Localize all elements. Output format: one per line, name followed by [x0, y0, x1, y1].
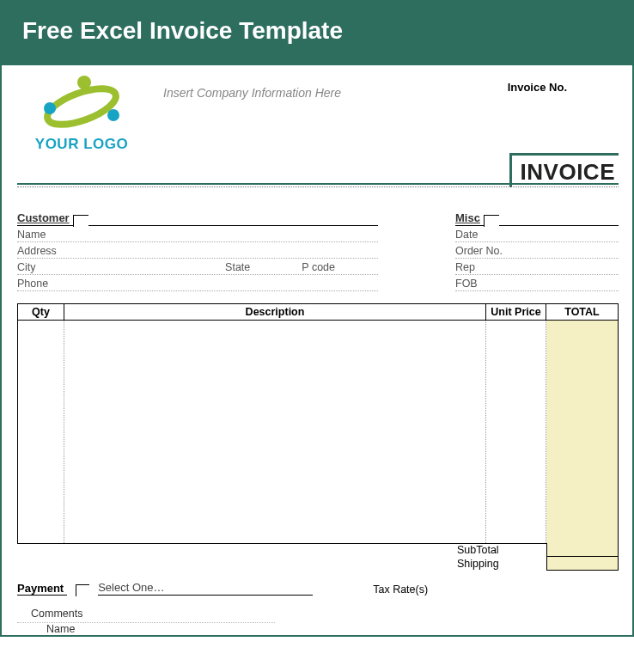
tax-rates-label: Tax Rate(s) [373, 583, 428, 596]
misc-date-label: Date [455, 229, 505, 241]
customer-pcode-field[interactable] [344, 261, 378, 273]
logo-icon [34, 74, 129, 134]
logo: YOUR LOGO [17, 74, 146, 153]
misc-order-field[interactable] [514, 245, 619, 257]
customer-pcode-label: P code [302, 261, 335, 273]
company-info-placeholder[interactable]: Insert Company Information Here [163, 86, 341, 100]
banner-title: Free Excel Invoice Template [22, 17, 343, 44]
subtotal-label: SubTotal [455, 543, 546, 557]
customer-phone-label: Phone [17, 278, 67, 290]
col-total: TOTAL [546, 304, 619, 321]
invoice-sheet: YOUR LOGO Insert Company Information Her… [2, 65, 632, 635]
svg-point-2 [44, 102, 56, 114]
col-unit: Unit Price [486, 304, 546, 321]
banner: Free Excel Invoice Template [2, 2, 632, 65]
shipping-field[interactable] [546, 557, 619, 571]
customer-address-field[interactable] [76, 245, 378, 257]
logo-caption: YOUR LOGO [17, 136, 146, 153]
misc-fob-label: FOB [455, 278, 505, 290]
shipping-label: Shipping [455, 557, 546, 571]
payment-heading: Payment [17, 582, 67, 596]
customer-phone-field[interactable] [76, 278, 378, 290]
col-qty: Qty [18, 304, 64, 321]
comments-heading: Comments [17, 608, 619, 620]
col-desc: Description [64, 304, 486, 321]
svg-point-3 [107, 109, 119, 121]
misc-heading: Misc [455, 211, 484, 226]
misc-box: Misc Date Order No. Rep FOB [455, 211, 619, 291]
invoice-title: INVOICE [509, 153, 619, 187]
subtotal-field[interactable] [546, 543, 619, 557]
customer-state-field[interactable] [259, 261, 293, 273]
line-items-table: Qty Description Unit Price TOTAL [17, 303, 619, 544]
misc-order-label: Order No. [455, 245, 505, 257]
misc-fob-field[interactable] [514, 278, 619, 290]
customer-address-label: Address [17, 245, 67, 257]
customer-name-label: Name [17, 229, 67, 241]
customer-city-field[interactable] [76, 261, 216, 273]
comments-name-label: Name [17, 622, 275, 635]
invoice-number-label: Invoice No. [508, 81, 619, 94]
table-row[interactable] [18, 321, 619, 544]
comments-section: Comments Name [17, 608, 619, 635]
customer-state-label: State [225, 261, 250, 273]
customer-box: Customer Name Address City State P code … [17, 211, 378, 291]
misc-rep-field[interactable] [514, 261, 619, 273]
customer-heading: Customer [17, 211, 73, 226]
misc-date-field[interactable] [514, 229, 619, 241]
payment-select[interactable]: Select One… [98, 581, 313, 596]
customer-name-field[interactable] [76, 229, 378, 241]
misc-rep-label: Rep [455, 261, 505, 273]
customer-city-label: City [17, 261, 67, 273]
title-divider: INVOICE [17, 153, 619, 187]
document-frame: Free Excel Invoice Template YOUR LOGO In… [0, 0, 634, 637]
svg-point-1 [77, 76, 91, 89]
